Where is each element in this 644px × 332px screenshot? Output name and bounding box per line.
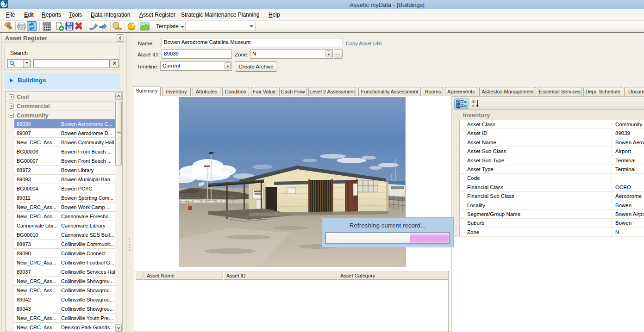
svg-text:z: z (472, 104, 475, 108)
svg-text:a: a (472, 99, 475, 104)
